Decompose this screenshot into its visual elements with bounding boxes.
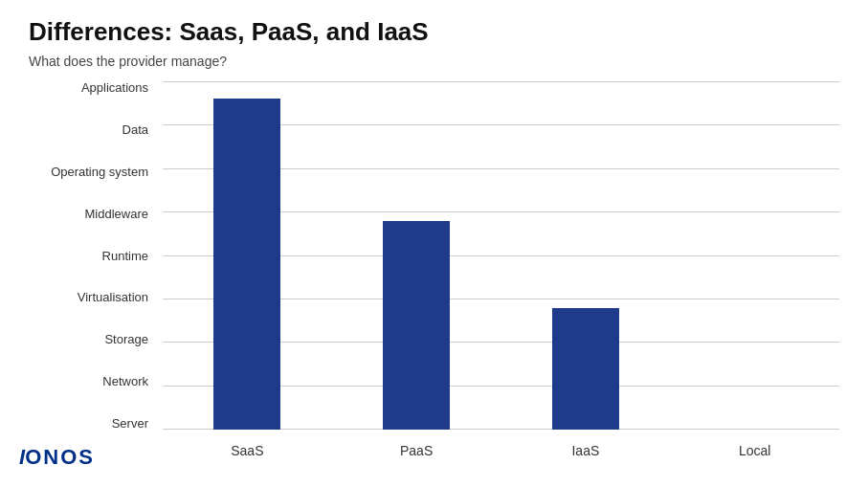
chart-container: Differences: Saas, PaaS, and IaaS What d… — [0, 0, 868, 487]
y-label-network: Network — [0, 375, 158, 387]
y-label-middleware: Middleware — [0, 208, 158, 220]
logo-text: ONOS — [25, 445, 95, 470]
bar-group-local: Local — [670, 81, 839, 430]
y-axis-labels: ApplicationsDataOperating systemMiddlewa… — [0, 81, 158, 430]
bar-label-local: Local — [717, 443, 793, 458]
y-label-storage: Storage — [0, 333, 158, 345]
bar-paas — [383, 221, 450, 430]
bar-saas — [213, 99, 280, 430]
y-label-data: Data — [0, 123, 158, 136]
chart-subtitle: What does the provider manage? — [29, 54, 227, 69]
bar-label-paas: PaaS — [378, 443, 455, 458]
y-label-virtualisation: Virtualisation — [0, 291, 158, 303]
bar-label-iaas: IaaS — [547, 443, 624, 458]
ionos-logo: I ONOS — [19, 445, 95, 470]
bar-group-saas: SaaS — [163, 81, 332, 430]
chart-title: Differences: Saas, PaaS, and IaaS — [29, 17, 429, 47]
bar-group-paas: PaaS — [332, 81, 501, 430]
bar-group-iaas: IaaS — [501, 81, 671, 430]
chart-area: SaaSPaaSIaaSLocal — [163, 81, 839, 430]
y-label-server: Server — [0, 417, 158, 430]
bars-container: SaaSPaaSIaaSLocal — [163, 81, 839, 430]
y-label-applications: Applications — [0, 81, 158, 94]
bar-label-saas: SaaS — [209, 443, 285, 458]
y-label-operating-system: Operating system — [0, 166, 158, 178]
y-label-runtime: Runtime — [0, 250, 158, 262]
bar-iaas — [552, 308, 619, 430]
